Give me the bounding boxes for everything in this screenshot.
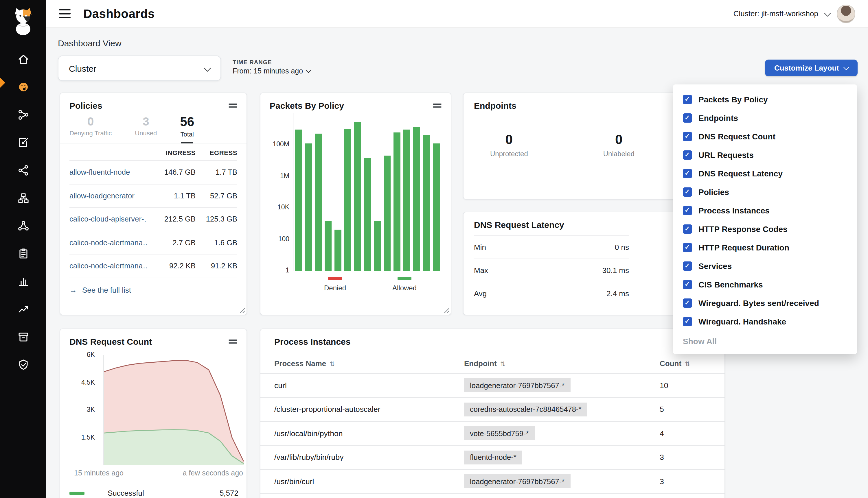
- sidebar-item-bar-chart[interactable]: [0, 267, 46, 295]
- process-name-cell: /var/lib/ruby/bin/ruby: [274, 453, 464, 462]
- checkbox-checked-icon[interactable]: [683, 206, 692, 215]
- show-all-link[interactable]: Show All: [673, 331, 857, 349]
- dashboard-page: Dashboards Cluster: jlt-msft-workshop Da…: [0, 0, 868, 498]
- packets-bar: [423, 135, 430, 271]
- sort-icon[interactable]: ⇅: [329, 361, 335, 367]
- sidebar-item-share-nodes[interactable]: [0, 156, 46, 184]
- chevron-down-icon: [306, 68, 311, 73]
- packets-bar: [433, 144, 440, 271]
- topbar: Dashboards Cluster: jlt-msft-workshop: [46, 0, 868, 28]
- hamburger-menu-icon[interactable]: [59, 9, 70, 18]
- sidebar-item-archive-box[interactable]: [0, 323, 46, 351]
- process-row: /usr/bin/kube-benchcompliance-benchmarke…: [260, 494, 725, 498]
- endpoint-chip[interactable]: loadgenerator-7697bb7567-*: [464, 475, 570, 488]
- sidebar-item-shield[interactable]: [0, 351, 46, 378]
- dns-chart-x-axis: 15 minutes ago a few seconds ago: [74, 469, 243, 477]
- policy-name-link[interactable]: calico-cloud-apiserver-…: [69, 215, 147, 224]
- dns-chart-plot: [104, 355, 244, 465]
- policy-name-link[interactable]: calico-node-alertmana…: [69, 238, 147, 247]
- sort-icon[interactable]: ⇅: [500, 361, 505, 367]
- endpoint-chip[interactable]: loadgenerator-7697bb7567-*: [464, 379, 570, 392]
- checkbox-checked-icon[interactable]: [683, 113, 692, 123]
- checkbox-checked-icon[interactable]: [683, 224, 692, 234]
- sidebar-item-palette[interactable]: [0, 73, 46, 101]
- packets-bar: [393, 132, 400, 271]
- endpoint-chip[interactable]: vote-5655bd759-*: [464, 427, 535, 441]
- sidebar-item-sitemap[interactable]: [0, 184, 46, 212]
- drag-handle-icon[interactable]: [229, 339, 237, 344]
- see-full-list-link[interactable]: → See the full list: [69, 277, 237, 302]
- dashboard-view-select[interactable]: Cluster: [58, 55, 221, 81]
- customize-menu-item[interactable]: Wireguard. Bytes sent/received: [673, 294, 857, 312]
- checkbox-checked-icon[interactable]: [683, 261, 692, 271]
- policies-stat-total[interactable]: 56Total: [180, 115, 194, 143]
- customize-menu-item[interactable]: Packets By Policy: [673, 90, 857, 109]
- customize-menu-item[interactable]: DNS Request Count: [673, 127, 857, 146]
- endpoint-chip[interactable]: coredns-autoscaler-7c88465478-*: [464, 403, 587, 417]
- policy-name-link[interactable]: allow-fluentd-node: [69, 168, 147, 177]
- allowed-label: Allowed: [392, 284, 417, 292]
- customize-menu-item[interactable]: Services: [673, 257, 857, 275]
- policies-card-title: Policies: [69, 101, 102, 110]
- sidebar-nav: [0, 45, 46, 378]
- packets-chart-bars: [295, 113, 440, 271]
- sidebar-item-molecule[interactable]: [0, 212, 46, 239]
- customize-menu-item[interactable]: DNS Request Latency: [673, 164, 857, 183]
- policies-stat-denying-traffic[interactable]: 0Denying Traffic: [69, 115, 112, 143]
- checkbox-checked-icon[interactable]: [683, 280, 692, 289]
- sidebar-item-edit-document[interactable]: [0, 128, 46, 156]
- customize-menu-item[interactable]: Policies: [673, 183, 857, 201]
- sidebar-item-clipboard[interactable]: [0, 239, 46, 267]
- process-card-title: Process Instances: [274, 337, 351, 346]
- topbar-right: Cluster: jlt-msft-workshop: [734, 4, 855, 23]
- calico-cat-logo[interactable]: [10, 6, 37, 36]
- checkbox-checked-icon[interactable]: [683, 299, 692, 308]
- sort-icon[interactable]: ⇅: [685, 361, 690, 367]
- user-avatar[interactable]: [837, 4, 855, 23]
- checkbox-checked-icon[interactable]: [683, 95, 692, 104]
- x-label-end: a few seconds ago: [183, 469, 243, 477]
- sidebar-item-flow-graph[interactable]: [0, 101, 46, 128]
- policy-name-link[interactable]: allow-loadgenerator: [69, 192, 147, 200]
- customize-menu-item[interactable]: Wireguard. Handshake: [673, 312, 857, 331]
- checkbox-checked-icon[interactable]: [683, 243, 692, 252]
- packets-bar: [403, 130, 410, 271]
- customize-menu-item[interactable]: CIS Benchmarks: [673, 275, 857, 294]
- sidebar-item-trend-up[interactable]: [0, 295, 46, 323]
- dns-count-card-title: DNS Request Count: [69, 337, 152, 346]
- policy-ingress-value: 2.7 GB: [147, 238, 196, 247]
- cluster-selector-label[interactable]: Cluster: jlt-msft-workshop: [734, 9, 818, 18]
- checkbox-checked-icon[interactable]: [683, 150, 692, 160]
- policy-name-link[interactable]: calico-node-alertmana…: [69, 262, 147, 271]
- checkbox-checked-icon[interactable]: [683, 317, 692, 326]
- process-name-cell: /usr/local/bin/python: [274, 429, 464, 438]
- policy-row: calico-node-alertmana…92.2 KB91.2 KB: [69, 254, 237, 277]
- y-tick-label: 100M: [273, 141, 289, 148]
- chevron-down-icon[interactable]: [824, 10, 831, 16]
- customize-menu-item[interactable]: URL Requests: [673, 146, 857, 164]
- checkbox-checked-icon[interactable]: [683, 169, 692, 178]
- customize-menu-item-label: HTTP Response Codes: [698, 224, 788, 234]
- customize-layout-button[interactable]: Customize Layout: [765, 60, 858, 76]
- policy-row: allow-loadgenerator1.1 TB52.7 GB: [69, 184, 237, 207]
- checkbox-checked-icon[interactable]: [683, 132, 692, 141]
- time-range-control[interactable]: TIME RANGE From: 15 minutes ago: [233, 59, 310, 75]
- customize-menu-item[interactable]: Process Instances: [673, 201, 857, 220]
- drag-handle-icon[interactable]: [433, 103, 441, 108]
- drag-handle-icon[interactable]: [229, 103, 237, 108]
- customize-layout-menu: Packets By PolicyEndpointsDNS Request Co…: [673, 84, 857, 354]
- policies-table-rows: allow-fluentd-node146.7 GB1.7 TBallow-lo…: [69, 160, 237, 277]
- process-row: /cluster-proportional-autoscalercoredns-…: [260, 398, 725, 422]
- y-tick-label: 6K: [87, 351, 95, 358]
- customize-menu-item[interactable]: HTTP Request Duration: [673, 238, 857, 257]
- resize-handle-icon[interactable]: [444, 308, 450, 314]
- resize-handle-icon[interactable]: [239, 308, 245, 314]
- policies-stat-unused[interactable]: 3Unused: [135, 115, 157, 143]
- endpoint-chip[interactable]: fluentd-node-*: [464, 450, 522, 464]
- checkbox-checked-icon[interactable]: [683, 187, 692, 197]
- customize-menu-item[interactable]: HTTP Response Codes: [673, 220, 857, 238]
- customize-menu-item[interactable]: Endpoints: [673, 109, 857, 127]
- sidebar-item-home[interactable]: [0, 45, 46, 73]
- legend-allowed: Allowed: [392, 277, 417, 292]
- policy-ingress-value: 92.2 KB: [147, 262, 196, 271]
